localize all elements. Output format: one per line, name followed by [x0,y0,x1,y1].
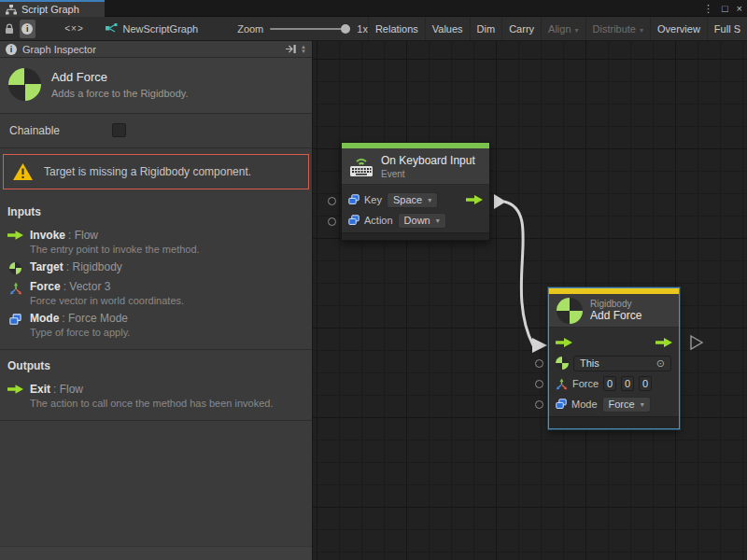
warning-banner: Target is missing a Rigidbody component. [3,154,309,189]
output-pin-exit: Exit: Flow The action to call once the m… [0,381,312,413]
unit-title: Add Force [51,70,189,84]
node-title: On Keyboard Input [381,154,475,167]
force-z-input[interactable]: 0 [639,376,652,391]
pin-type: : Flow [68,229,98,242]
pin-name: Force [30,280,61,293]
pin-description: The action to call once the method has b… [30,398,274,409]
flow-arrow-icon [7,231,23,240]
graph-toolbar: i <×> NewScriptGraph Zoom 1x Relations V… [0,17,747,41]
action-dropdown[interactable]: Down ▾ [398,213,446,229]
rigidbody-icon [9,262,21,274]
vector3-icon [556,378,568,390]
lock-icon [5,23,14,35]
wire-destination-arrow [532,338,547,353]
tab-script-graph[interactable]: Script Graph [0,0,105,17]
connection-wire[interactable] [504,202,533,345]
close-icon[interactable]: × [737,3,742,14]
input-pin-mode: Mode: Force Mode Type of force to apply. [0,310,312,342]
input-pin-invoke: Invoke: Flow The entry point to invoke t… [0,227,312,259]
port-mode[interactable] [535,400,543,409]
chevron-down-icon: ▼ [301,49,306,54]
panel-scrubber[interactable]: ▲ ▼ [301,45,306,54]
outputs-section: Outputs Exit: Flow The action to call on… [0,350,312,421]
values-toggle[interactable]: Values [425,17,470,41]
wire-source-arrow [494,194,506,209]
dim-toggle[interactable]: Dim [470,17,502,41]
inspector-header: i Graph Inspector ▲ ▼ [0,41,312,58]
outputs-header: Outputs [0,358,312,381]
graph-reference[interactable]: NewScriptGraph [106,23,198,35]
enum-icon [9,314,21,326]
edit-source-button[interactable]: <×> [63,20,86,38]
port-target[interactable] [535,359,543,368]
info-icon: i [21,23,33,35]
mode-dropdown[interactable]: Force ▾ [602,397,651,413]
zoom-slider-knob[interactable] [341,24,350,34]
carry-toggle[interactable]: Carry [501,17,541,41]
pin-description: Force vector in world coordinates. [30,295,184,306]
key-row: Key Space ▾ [342,189,489,210]
inspector-title: Graph Inspector [22,44,96,55]
pin-type: : Force Mode [62,312,128,325]
node-footer [549,416,679,428]
window-controls: ⋮ □ × [703,0,742,17]
fullscreen-button[interactable]: Full S [707,17,747,41]
key-dropdown[interactable]: Space ▾ [387,192,438,208]
rigidbody-icon [556,357,569,370]
node-subtitle: Event [381,169,475,179]
chevron-down-icon: ▾ [641,400,644,409]
chainable-checkbox[interactable] [112,123,126,137]
overview-button[interactable]: Overview [650,17,707,41]
flow-input-port[interactable] [556,338,572,347]
pin-description: Type of force to apply. [30,327,130,338]
mode-row: Mode Force ▾ [549,394,679,414]
port-force[interactable] [535,380,543,388]
port-key[interactable] [328,197,336,205]
force-x-input[interactable]: 0 [603,376,616,391]
unity-script-graph-window: { "window": { "tab_title": "Script Graph… [0,0,747,560]
graph-canvas[interactable]: On Keyboard Input Event Key Space ▾ [313,41,747,560]
inspector-horizontal-scrollbar[interactable] [0,546,312,560]
node-header[interactable]: Rigidbody Add Force [549,294,679,328]
flow-output-port[interactable] [655,338,672,347]
force-row: Force 0 0 0 [549,373,679,394]
rigidbody-unit-icon [8,68,41,101]
graph-hierarchy-icon [6,5,17,15]
action-value: Down [404,215,430,226]
chevron-down-icon: ▾ [640,26,643,35]
pin-name: Exit [30,383,50,396]
target-object-field[interactable]: This ⊙ [573,356,671,371]
node-on-keyboard-input[interactable]: On Keyboard Input Event Key Space ▾ [341,142,490,241]
pin-type: : Vector 3 [63,280,111,293]
chainable-setting: Chainable [0,114,312,148]
node-add-force[interactable]: Rigidbody Add Force This ⊙ [548,287,680,429]
script-graph-asset-icon [106,23,118,34]
maximize-icon[interactable]: □ [722,3,728,14]
force-y-input[interactable]: 0 [621,376,634,391]
key-label: Key [364,194,382,205]
zoom-slider[interactable] [270,28,350,30]
tab-title: Script Graph [21,4,79,15]
distribute-label: Distribute [593,23,636,35]
graph-name: NewScriptGraph [122,23,198,35]
mode-label: Mode [571,399,598,410]
flow-output-port[interactable] [466,195,483,204]
object-picker-icon[interactable]: ⊙ [656,357,665,370]
action-row: Action Down ▾ [342,210,489,231]
port-action[interactable] [328,217,336,226]
input-pin-target: Target: Rigidbody [0,259,312,278]
node-supertitle: Rigidbody [590,299,641,309]
enum-icon [556,399,567,410]
selected-unit-summary: Add Force Adds a force to the Rigidbody. [0,58,312,114]
inspector-toggle-button[interactable]: i [20,20,35,38]
node-header[interactable]: On Keyboard Input Event [342,148,489,185]
target-value: This [580,357,599,369]
vector3-icon [9,282,22,295]
relations-toggle[interactable]: Relations [368,17,425,41]
node-footer [342,232,489,240]
node-body: This ⊙ Force 0 0 0 Mod [549,328,679,416]
keyboard-icon [349,156,374,177]
lock-button[interactable] [2,20,18,38]
dock-panel-icon[interactable] [285,44,297,54]
kebab-menu-icon[interactable]: ⋮ [703,3,713,15]
